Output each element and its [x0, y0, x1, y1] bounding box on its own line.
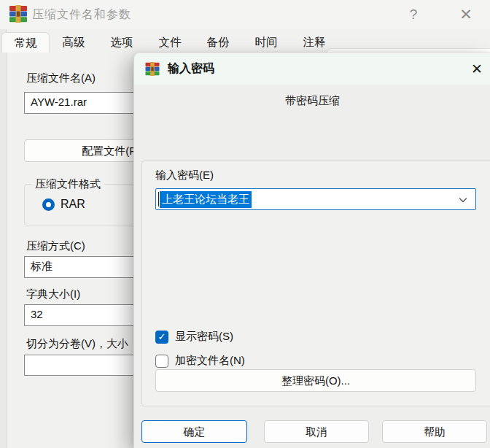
- window-title: 压缩文件名和参数: [32, 7, 131, 23]
- password-dialog-title: 输入密码: [168, 61, 214, 77]
- compression-method-label: 压缩方式(C): [26, 239, 85, 253]
- split-volumes-label: 切分为分卷(V)，大小: [26, 337, 128, 351]
- tab-advanced[interactable]: 高级: [50, 32, 98, 53]
- dialog-close-icon[interactable]: ✕: [466, 59, 488, 80]
- close-icon[interactable]: ✕: [454, 4, 478, 25]
- encrypt-filenames-label: 加密文件名(N): [175, 354, 245, 368]
- enter-password-label: 输入密码(E): [155, 169, 214, 182]
- winrar-app-icon: [9, 5, 28, 23]
- tab-time[interactable]: 时间: [242, 32, 290, 53]
- password-combobox[interactable]: 上老王论坛当老王: [155, 188, 476, 210]
- password-value: 上老王论坛当老王: [160, 191, 252, 208]
- password-dialog: 输入密码 ✕ 带密码压缩 输入密码(E) 上老王论坛当老王 ✓ 显示密码(S) …: [133, 53, 490, 448]
- text-caret: [158, 192, 159, 206]
- tab-files[interactable]: 文件: [146, 32, 194, 53]
- show-password-row[interactable]: ✓ 显示密码(S): [155, 330, 233, 344]
- password-banner: 带密码压缩: [134, 94, 490, 108]
- format-rar-label[interactable]: RAR: [61, 198, 85, 211]
- password-panel: 输入密码(E) 上老王论坛当老王 ✓ 显示密码(S) 加密文件名(N) 整理密码…: [141, 161, 490, 406]
- format-rar-radio[interactable]: [42, 198, 55, 211]
- cancel-button[interactable]: 取消: [264, 420, 369, 443]
- archive-format-group-label: 压缩文件格式: [31, 177, 104, 191]
- tab-backup[interactable]: 备份: [194, 32, 242, 53]
- show-password-checkbox[interactable]: ✓: [155, 331, 168, 344]
- archive-name-label: 压缩文件名(A): [26, 72, 96, 85]
- ok-button[interactable]: 确定: [141, 420, 247, 443]
- dictionary-size-label: 字典大小(I): [26, 287, 80, 301]
- encrypt-filenames-checkbox[interactable]: [155, 355, 168, 368]
- main-titlebar: 压缩文件名和参数 ? ✕: [0, 0, 490, 29]
- password-dialog-titlebar: 输入密码 ✕: [134, 53, 490, 85]
- encrypt-filenames-row[interactable]: 加密文件名(N): [155, 354, 245, 368]
- tab-options[interactable]: 选项: [98, 32, 146, 53]
- organize-passwords-button[interactable]: 整理密码(O)...: [155, 369, 476, 392]
- help-icon[interactable]: ?: [401, 4, 426, 25]
- window-left-edge: [0, 29, 7, 448]
- tab-strip: 常规 高级 选项 文件 备份 时间 注释: [1, 32, 338, 53]
- chevron-down-icon[interactable]: [458, 195, 468, 205]
- checkmark-icon: ✓: [158, 331, 166, 342]
- tab-general[interactable]: 常规: [1, 32, 50, 53]
- help-button[interactable]: 帮助: [382, 420, 487, 443]
- winrar-dialog-icon: [144, 62, 160, 76]
- show-password-label: 显示密码(S): [175, 330, 233, 344]
